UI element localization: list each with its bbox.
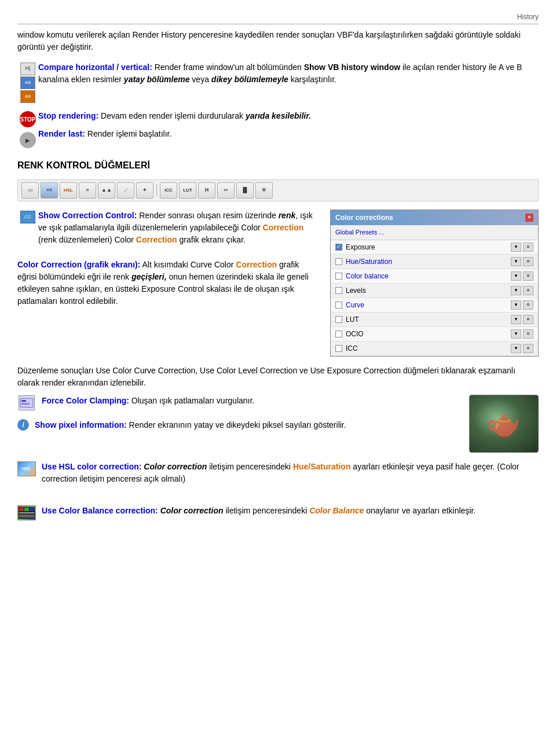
compare-icons: H| AB AB <box>17 63 38 103</box>
cc-checkbox-curve[interactable] <box>335 302 342 309</box>
compare-icon-3: AB <box>20 90 35 103</box>
cbal-desc1: iletişim penceresindeki <box>225 506 309 515</box>
cc-actions-curve: ▼ ≡ <box>511 300 533 310</box>
cc-dialog-col: Color corrections × Global Presets ... ✓… <box>330 210 539 357</box>
cc-checkbox-ocio[interactable] <box>335 331 342 337</box>
cc-close-button[interactable]: × <box>525 214 533 222</box>
show-correction-text: Show Correction Control: Render sonrası … <box>38 210 319 252</box>
cc-action-btn-cv-2[interactable]: ≡ <box>523 300 533 310</box>
correction-icon: CC <box>20 211 35 223</box>
toolbar-btn-lut[interactable]: LUT <box>179 182 196 199</box>
cc-action-btn-cv-1[interactable]: ▼ <box>511 300 521 310</box>
cc-action-btn-ocio-1[interactable]: ▼ <box>511 329 521 339</box>
force-clamp-label: Force Color Clamping: <box>42 396 129 405</box>
cc-actions-exposure: ▼ ≡ <box>511 243 533 252</box>
cbal-section: Use Color Balance correction: Color corr… <box>17 505 539 523</box>
cc-action-btn-lv-1[interactable]: ▼ <box>511 286 521 295</box>
cc-action-btn-ocio-2[interactable]: ≡ <box>523 329 533 339</box>
cc-dialog-title: Color corrections <box>335 212 393 223</box>
cc-action-btn-icc-2[interactable]: ≡ <box>523 344 533 353</box>
cc-action-btn-hue-2[interactable]: ≡ <box>523 257 533 266</box>
toolbar-btn-star[interactable]: ✻ <box>255 182 273 199</box>
cc-dialog: Color corrections × Global Presets ... ✓… <box>330 210 539 357</box>
cc-action-btn-hue-1[interactable]: ▼ <box>511 257 521 266</box>
cc-action-btn-cb-1[interactable]: ▼ <box>511 271 521 281</box>
cc-row-lut: LUT ▼ ≡ <box>331 313 538 327</box>
cc-action-btn-lut-2[interactable]: ≡ <box>523 315 533 324</box>
hsl-section: HSL Use HSL color correction: Color corr… <box>17 461 539 491</box>
toolbar-btn-icc[interactable]: ICC <box>160 182 177 199</box>
cbal-bold-italic: Color correction <box>160 506 224 515</box>
force-clamp-row: Force Color Clamping: Oluşan ışık patlam… <box>17 395 460 411</box>
toolbar-btn-grid[interactable]: ≡≡ <box>41 182 58 199</box>
cc-row-colorbalance: Color balance ▼ ≡ <box>331 269 538 284</box>
clamp-section: Force Color Clamping: Oluşan ışık patlam… <box>17 395 460 453</box>
toolbar-btn-hsl[interactable]: HSL <box>60 182 77 199</box>
cc-row-ocio: OCIO ▼ ≡ <box>331 327 538 342</box>
render-last-label: Render last: <box>38 129 85 138</box>
cc-action-btn-cb-2[interactable]: ≡ <box>523 271 533 281</box>
cc-label-icc: ICC <box>346 343 511 354</box>
cc-checkbox-colorbalance[interactable] <box>335 273 342 280</box>
compare-section: H| AB AB Compare horizontal / vertical: … <box>17 61 539 103</box>
info-icon: i <box>17 419 29 431</box>
toolbar-btn-h[interactable]: H <box>198 182 215 199</box>
left-column: CC Show Correction Control: Render sonra… <box>17 210 319 357</box>
show-correction-block: CC Show Correction Control: Render sonra… <box>17 210 319 252</box>
svg-rect-4 <box>19 508 24 511</box>
cc-action-btn-lut-1[interactable]: ▼ <box>511 315 521 324</box>
compare-text: Compare horizontal / vertical: Render fr… <box>38 61 539 91</box>
cc-label-hue: Hue/Saturation <box>346 256 511 267</box>
force-clamp-icon <box>17 395 36 411</box>
section-heading: RENK KONTROL DÜĞMELERİ <box>17 159 539 173</box>
cc-label-exposure: Exposure <box>346 242 511 252</box>
force-clamp-text: Force Color Clamping: Oluşan ışık patlam… <box>42 395 254 407</box>
cc-actions-lut: ▼ ≡ <box>511 315 533 324</box>
hsl-feature-icon: HSL <box>17 461 36 477</box>
toolbar-btn-histogram[interactable]: ▲▲ <box>98 182 115 199</box>
toolbar-btn-lines[interactable]: ≡ <box>79 182 96 199</box>
svg-rect-7 <box>19 512 34 513</box>
hsl-bold-italic: Color correction <box>144 462 207 471</box>
hsl-text: Use HSL color correction: Color correcti… <box>42 461 539 491</box>
hsl-desc1: iletişim penceresindeki <box>209 462 293 471</box>
main-layout: CC Show Correction Control: Render sonra… <box>17 210 539 357</box>
cc-checkbox-hue[interactable] <box>335 258 342 265</box>
force-clamp-desc: Oluşan ışık patlamaları vurgulanır. <box>131 396 254 405</box>
cc-action-btn-icc-1[interactable]: ▼ <box>511 344 521 353</box>
cc-presets[interactable]: Global Presets ... <box>331 225 538 240</box>
cc-actions-icc: ▼ ≡ <box>511 344 533 353</box>
cbal-desc2: onaylanır ve ayarları etkinleşir. <box>366 506 475 515</box>
stop-text: Stop rendering: Devam eden render işlemi… <box>38 110 539 146</box>
bottom-para: Düzenleme sonuçları Use Color Curve Corr… <box>17 365 539 389</box>
toolbar-btn-monitor[interactable]: ▭ <box>21 182 39 199</box>
cbal-icon-graphic <box>17 505 36 520</box>
clamp-icon-graphic <box>19 395 35 410</box>
history-label: History <box>17 12 539 24</box>
cc-checkbox-lut[interactable] <box>335 316 342 323</box>
toolbar-btn-bar1[interactable]: ▐▌ <box>236 182 254 199</box>
svg-rect-2 <box>21 403 30 405</box>
cc-action-btn-1[interactable]: ▼ <box>511 243 521 252</box>
cc-label-lut: LUT <box>346 314 511 325</box>
toolbar-btn-arrows[interactable]: ⇔ <box>217 182 235 199</box>
cc-action-btn-lv-2[interactable]: ≡ <box>523 286 533 295</box>
show-correction-label: Show Correction Control: <box>38 211 137 220</box>
cc-checkbox-icc[interactable] <box>335 345 342 352</box>
cc-actions-levels: ▼ ≡ <box>511 286 533 295</box>
clamp-teapot-row: Force Color Clamping: Oluşan ışık patlam… <box>17 395 539 453</box>
toolbar-strip: ▭ ≡≡ HSL ≡ ▲▲ ⟋ ✦ ICC LUT H ⇔ ▐▌ ✻ <box>17 179 539 201</box>
toolbar-btn-curve[interactable]: ⟋ <box>117 182 134 199</box>
cc-row-icc: ICC ▼ ≡ <box>331 342 538 356</box>
stop-icons: STOP ▶ <box>17 111 38 148</box>
cbal-text: Use Color Balance correction: Color corr… <box>42 505 475 523</box>
cc-action-btn-2[interactable]: ≡ <box>523 243 533 252</box>
pixel-info-label: Show pixel information: <box>35 420 127 430</box>
cc-graphic-label: Color Correction (grafik ekranı): <box>17 260 140 269</box>
cbal-label: Use Color Balance correction: <box>42 506 158 515</box>
cc-checkbox-exposure[interactable]: ✓ <box>335 244 342 251</box>
cc-checkbox-levels[interactable] <box>335 287 342 294</box>
cc-title-bar: Color corrections × <box>331 210 538 225</box>
stop-icon: STOP <box>20 111 36 127</box>
toolbar-btn-snowflake[interactable]: ✦ <box>136 182 153 199</box>
